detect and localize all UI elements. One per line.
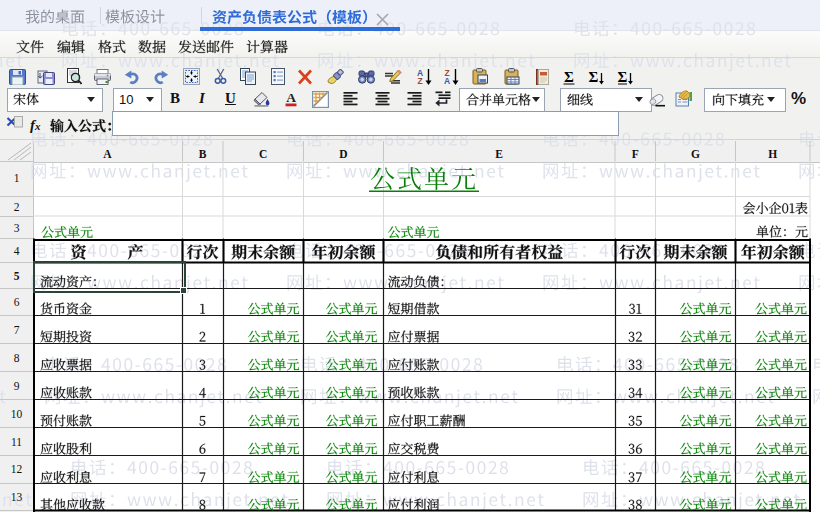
svg-text:A: A (443, 76, 449, 85)
svg-text:Σ: Σ (617, 69, 627, 85)
svg-text:Z: Z (417, 76, 422, 85)
svg-text:Σ: Σ (564, 69, 574, 85)
svg-text:Σ: Σ (589, 69, 599, 85)
svg-text:A: A (286, 91, 296, 105)
